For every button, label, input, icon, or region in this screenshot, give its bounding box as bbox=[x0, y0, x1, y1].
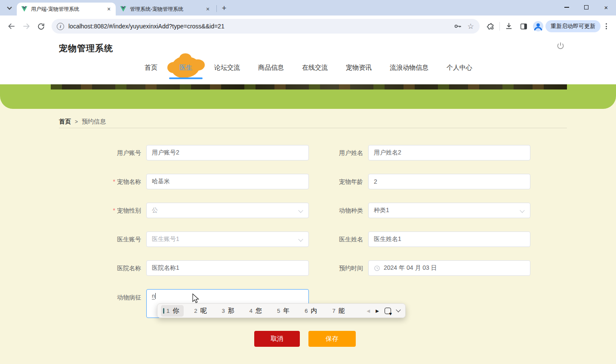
text-caret bbox=[155, 293, 156, 299]
nav-item-chat[interactable]: 在线交流 bbox=[302, 62, 328, 73]
ime-candidate[interactable]: 3那 bbox=[216, 305, 239, 317]
field-label: 动物病征 bbox=[65, 289, 146, 301]
nav-active-underline bbox=[169, 77, 203, 79]
vue-logo-icon bbox=[120, 6, 126, 12]
pet-gender-select[interactable]: 公 bbox=[146, 203, 309, 218]
tab-search-button[interactable] bbox=[3, 2, 15, 14]
field-label: *宠物名称 bbox=[65, 178, 146, 185]
browser-tab-active[interactable]: 用户端-宠物管理系统 × bbox=[17, 3, 116, 15]
window-close-button[interactable]: × bbox=[596, 0, 616, 15]
power-icon bbox=[556, 41, 565, 51]
window-minimize-button[interactable] bbox=[557, 0, 576, 15]
browser-tab-strip: 用户端-宠物管理系统 × 管理系统-宠物管理系统 × + × bbox=[0, 0, 616, 15]
nav-item-profile[interactable]: 个人中心 bbox=[447, 62, 472, 73]
forward-icon bbox=[22, 22, 31, 31]
ime-candidate[interactable]: 1你 bbox=[161, 305, 184, 317]
breadcrumb-current: 预约信息 bbox=[82, 118, 106, 126]
required-mark: * bbox=[113, 207, 115, 214]
form-row-hospital-name: 医院名称 医院名称1 bbox=[65, 260, 309, 276]
field-label: 医院名称 bbox=[65, 265, 146, 272]
key-icon bbox=[453, 22, 462, 31]
chevron-down-icon bbox=[7, 5, 12, 9]
ime-candidate[interactable]: 5年 bbox=[271, 305, 294, 317]
hospital-name-input[interactable]: 医院名称1 bbox=[146, 260, 309, 276]
form-row-pet-age: 宠物年龄 2 bbox=[286, 174, 530, 189]
breadcrumb: 首页 > 预约信息 bbox=[59, 118, 106, 126]
new-tab-button[interactable]: + bbox=[219, 3, 230, 14]
browser-menu-button[interactable] bbox=[601, 19, 612, 34]
ime-candidate-bar: 1你 2呢 3那 4您 5年 6内 7能 ◀ ▶ ♥ bbox=[157, 303, 406, 318]
ime-expand-chevron-icon[interactable] bbox=[396, 307, 400, 312]
reload-button[interactable] bbox=[34, 19, 48, 34]
address-bar[interactable]: i localhost:8082/#/index/yuyuexinxiAdd?t… bbox=[52, 19, 480, 34]
maximize-icon bbox=[584, 5, 588, 9]
url-text: localhost:8082/#/index/yuyuexinxiAdd?typ… bbox=[68, 23, 451, 30]
appointment-time-picker[interactable]: 2024 年 04 月 03 日 bbox=[368, 260, 530, 276]
ime-candidate[interactable]: 6内 bbox=[299, 305, 322, 317]
form-row-animal-type: 动物种类 种类1 bbox=[286, 203, 530, 218]
toolbar-divider bbox=[499, 22, 500, 31]
form-row-doctor-account: 医生账号 医生账号1 bbox=[65, 231, 309, 247]
field-label: 宠物年龄 bbox=[286, 178, 368, 185]
field-label: 用户姓名 bbox=[286, 149, 368, 157]
nav-item-stray-animals[interactable]: 流浪动物信息 bbox=[390, 62, 428, 73]
animal-type-select[interactable]: 种类1 bbox=[368, 203, 530, 218]
ime-controls: ◀ ▶ ♥ bbox=[367, 308, 402, 314]
ime-emoji-panel-icon[interactable]: ♥ bbox=[385, 308, 391, 314]
site-info-icon[interactable]: i bbox=[57, 23, 64, 30]
profile-avatar-icon bbox=[533, 21, 544, 32]
minimize-icon bbox=[564, 7, 569, 7]
save-button[interactable]: 保存 bbox=[308, 331, 356, 347]
user-name-input[interactable]: 用户姓名2 bbox=[368, 145, 530, 160]
user-account-input[interactable]: 用户账号2 bbox=[146, 145, 309, 160]
profile-button[interactable] bbox=[531, 19, 545, 34]
nav-item-home[interactable]: 首页 bbox=[145, 62, 157, 73]
nav-item-doctor[interactable]: 医生 bbox=[176, 62, 196, 73]
kebab-menu-icon bbox=[606, 23, 607, 29]
form-row-appointment-time: 预约时间 2024 年 04 月 03 日 bbox=[286, 260, 530, 276]
field-label: 用户账号 bbox=[65, 149, 146, 157]
bookmark-button[interactable]: ☆ bbox=[464, 19, 477, 34]
field-label: 医生姓名 bbox=[286, 236, 368, 243]
nav-item-forum[interactable]: 论坛交流 bbox=[214, 62, 240, 73]
doctor-name-input[interactable]: 医生姓名1 bbox=[368, 231, 530, 247]
field-label: 预约时间 bbox=[286, 265, 368, 272]
side-panel-icon bbox=[520, 22, 528, 31]
pet-age-input[interactable]: 2 bbox=[368, 174, 530, 189]
downloads-button[interactable] bbox=[502, 19, 516, 34]
browser-tab-inactive[interactable]: 管理系统-宠物管理系统 × bbox=[116, 3, 215, 15]
forward-button[interactable] bbox=[19, 19, 34, 34]
close-icon[interactable]: × bbox=[204, 6, 211, 12]
ime-candidate[interactable]: 7能 bbox=[326, 305, 349, 317]
back-icon bbox=[7, 22, 16, 31]
form-row-user-name: 用户姓名 用户姓名2 bbox=[286, 145, 530, 160]
breadcrumb-home[interactable]: 首页 bbox=[59, 118, 71, 126]
window-maximize-button[interactable] bbox=[576, 0, 596, 15]
close-icon[interactable]: × bbox=[105, 6, 112, 12]
required-mark: * bbox=[113, 178, 115, 185]
clock-icon bbox=[374, 265, 380, 271]
main-nav: 首页 医生 论坛交流 商品信息 在线交流 宠物资讯 流浪动物信息 个人中心 bbox=[145, 62, 472, 73]
ime-candidate[interactable]: 4您 bbox=[244, 305, 267, 317]
reload-icon bbox=[37, 22, 45, 31]
ime-prev-page-icon[interactable]: ◀ bbox=[367, 308, 370, 313]
relaunch-update-chip[interactable]: 重新启动即可更新 bbox=[545, 20, 601, 32]
breadcrumb-divider bbox=[59, 128, 567, 128]
close-icon: × bbox=[604, 4, 608, 11]
nav-item-news[interactable]: 宠物资讯 bbox=[346, 62, 372, 73]
tab-title: 用户端-宠物管理系统 bbox=[31, 6, 105, 13]
pet-name-input[interactable]: 哈基米 bbox=[146, 174, 309, 189]
ime-candidate[interactable]: 2呢 bbox=[188, 305, 211, 317]
site-header: 宠物管理系统 首页 医生 论坛交流 商品信息 在线交流 宠物资讯 流浪动物信息 … bbox=[0, 37, 616, 84]
cancel-button[interactable]: 取消 bbox=[254, 331, 300, 347]
side-panel-button[interactable] bbox=[516, 19, 531, 34]
window-controls: × bbox=[557, 0, 616, 15]
logout-button[interactable] bbox=[556, 41, 565, 52]
doctor-account-select[interactable]: 医生账号1 bbox=[146, 231, 309, 247]
nav-item-goods[interactable]: 商品信息 bbox=[258, 62, 284, 73]
extensions-button[interactable] bbox=[483, 19, 498, 34]
ime-next-page-icon[interactable]: ▶ bbox=[376, 308, 379, 313]
back-button[interactable] bbox=[4, 19, 19, 34]
puzzle-icon bbox=[487, 22, 495, 31]
password-manager-button[interactable] bbox=[451, 19, 464, 34]
